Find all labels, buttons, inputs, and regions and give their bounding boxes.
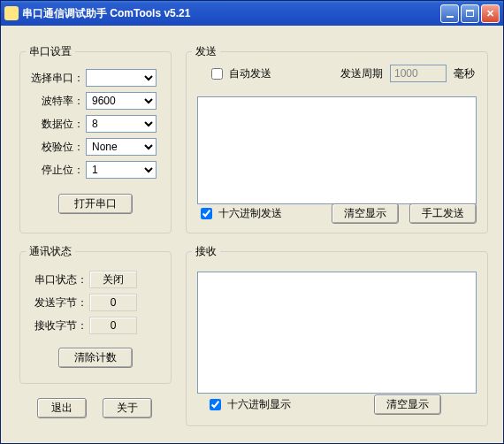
recv-group: 接收 十六进制显示 清空显示 xyxy=(186,244,488,426)
port-state-label: 串口状态： xyxy=(27,272,89,287)
select-port-combo[interactable] xyxy=(86,69,157,87)
window-title: 串口通信调试助手 ComTools v5.21 xyxy=(22,6,440,21)
sent-bytes-label: 发送字节： xyxy=(27,295,89,310)
data-bits-label: 数据位： xyxy=(27,117,86,132)
hex-send-label: 十六进制发送 xyxy=(218,206,282,221)
maximize-button[interactable] xyxy=(461,4,479,23)
recv-bytes-label: 接收字节： xyxy=(27,318,89,333)
send-clear-display-button[interactable]: 清空显示 xyxy=(332,203,399,224)
stop-bits-combo[interactable]: 1 xyxy=(86,161,157,179)
port-settings-legend: 串口设置 xyxy=(26,44,75,59)
baud-combo[interactable]: 9600 xyxy=(86,92,157,110)
auto-send-checkbox[interactable] xyxy=(211,68,223,80)
recv-bytes-value: 0 xyxy=(89,317,137,334)
send-legend: 发送 xyxy=(192,44,220,59)
send-textarea[interactable] xyxy=(197,96,477,204)
client-area: 串口设置 选择串口： 波特率： 9600 数据位： 8 xyxy=(4,28,500,440)
recv-textarea[interactable] xyxy=(197,272,477,394)
app-icon xyxy=(4,6,19,20)
manual-send-button[interactable]: 手工发送 xyxy=(409,203,477,224)
parity-label: 校验位： xyxy=(27,140,86,155)
hex-send-checkbox[interactable] xyxy=(201,208,212,219)
titlebar: 串口通信调试助手 ComTools v5.21 ✕ xyxy=(1,1,503,26)
parity-combo[interactable]: None xyxy=(86,138,157,156)
about-button[interactable]: 关于 xyxy=(103,398,152,418)
hex-display-checkbox[interactable] xyxy=(210,399,221,410)
comm-status-group: 通讯状态 串口状态： 关闭 发送字节： 0 接收字节： 0 清除计数 xyxy=(19,244,172,384)
recv-legend: 接收 xyxy=(192,244,220,259)
data-bits-combo[interactable]: 8 xyxy=(86,115,157,133)
minimize-button[interactable] xyxy=(440,4,459,23)
auto-send-label: 自动发送 xyxy=(229,66,271,81)
send-period-input[interactable] xyxy=(390,65,447,82)
close-button[interactable]: ✕ xyxy=(481,4,500,23)
port-settings-group: 串口设置 选择串口： 波特率： 9600 数据位： 8 xyxy=(19,44,172,233)
hex-send-checkbox-wrap[interactable]: 十六进制发送 xyxy=(197,205,282,222)
sent-bytes-value: 0 xyxy=(89,294,137,311)
window-controls: ✕ xyxy=(440,4,500,23)
select-port-label: 选择串口： xyxy=(27,71,86,86)
exit-button[interactable]: 退出 xyxy=(37,398,87,418)
send-period-label: 发送周期 xyxy=(340,66,383,81)
port-state-value: 关闭 xyxy=(89,271,137,288)
open-port-button[interactable]: 打开串口 xyxy=(58,194,133,214)
send-period-unit: 毫秒 xyxy=(454,66,475,81)
stop-bits-label: 停止位： xyxy=(27,163,86,178)
app-window: 串口通信调试助手 ComTools v5.21 ✕ 串口设置 选择串口： 波特率… xyxy=(0,0,504,444)
footer-buttons: 退出 关于 xyxy=(37,398,152,418)
clear-count-button[interactable]: 清除计数 xyxy=(58,348,133,368)
send-group: 发送 自动发送 发送周期 毫秒 十六进制发送 清空显示 手工发送 xyxy=(186,44,488,233)
comm-status-legend: 通讯状态 xyxy=(26,244,75,259)
baud-label: 波特率： xyxy=(27,94,86,109)
recv-clear-display-button[interactable]: 清空显示 xyxy=(374,394,441,415)
hex-display-label: 十六进制显示 xyxy=(227,397,291,412)
auto-send-checkbox-wrap[interactable]: 自动发送 xyxy=(208,65,271,82)
hex-display-checkbox-wrap[interactable]: 十六进制显示 xyxy=(206,396,291,413)
